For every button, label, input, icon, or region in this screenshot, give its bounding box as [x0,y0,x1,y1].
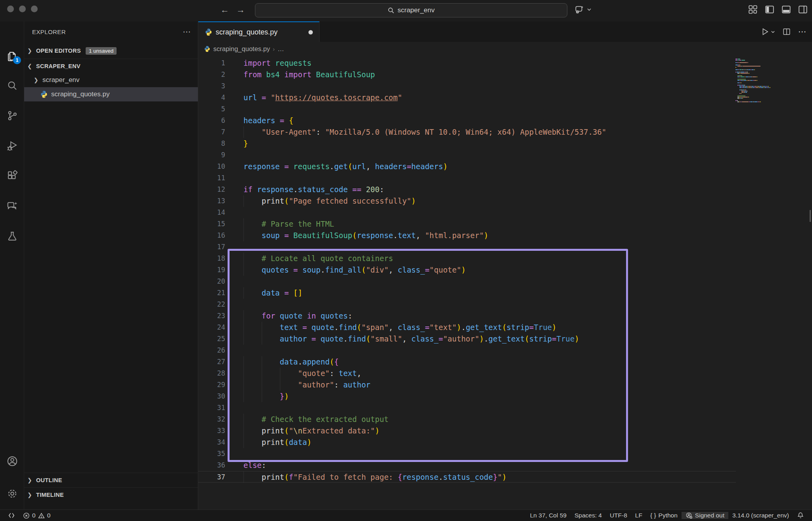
code-line[interactable]: 27data.append({ [198,356,736,368]
sidebar-item-source-control[interactable] [0,107,24,124]
chevron-right-icon: › [273,46,275,52]
gear-icon [6,488,18,500]
sidebar-item-testing[interactable] [0,227,24,245]
explorer-sidebar: EXPLORER ⋯ ❯ OPEN EDITORS 1 unsaved ❮︎ S… [24,21,198,510]
explorer-badge: 1 [13,56,21,64]
toggle-panel-icon[interactable] [781,4,791,15]
code-editor[interactable]: 1import requests2from bs4 import Beautif… [198,55,812,510]
timeline-section[interactable]: ❯ TIMELINE [24,487,198,502]
editor-group: scraping_quotes.py ⋯ scraping_ [198,21,812,510]
navigate-back-button[interactable]: ← [219,5,231,15]
problems-indicator[interactable]: 0 0 [19,510,54,521]
code-line[interactable]: 6headers = { [198,115,736,126]
chevron-right-icon: ❯ [34,77,40,83]
code-line[interactable]: 15# Parse the HTML [198,218,736,230]
cursor-position[interactable]: Ln 37, Col 59 [526,512,571,519]
run-python-file-button[interactable] [760,27,775,36]
code-line[interactable]: 24text = quote.find("span", class_="text… [198,322,736,333]
code-line[interactable]: 22 [198,299,736,310]
copilot-menu[interactable] [574,4,592,15]
command-center-search[interactable]: scraper_env [255,3,567,17]
code-line[interactable]: 2from bs4 import BeautifulSoup [198,69,736,80]
breadcrumb[interactable]: scraping_quotes.py › … [198,42,812,55]
eol-indicator[interactable]: LF [631,512,646,519]
open-editors-section[interactable]: ❯ OPEN EDITORS 1 unsaved [24,44,198,58]
code-line[interactable]: 23for quote in quotes: [198,310,736,322]
code-line[interactable]: 19quotes = soup.find_all("div", class_="… [198,264,736,276]
tab-scraping-quotes[interactable]: scraping_quotes.py [198,21,320,42]
code-line[interactable]: 20 [198,276,736,287]
language-mode[interactable]: { } Python [646,512,682,519]
extensions-icon [6,170,18,182]
code-line[interactable]: 14 [198,207,736,218]
breadcrumb-file[interactable]: scraping_quotes.py [213,45,270,53]
code-line[interactable]: 11 [198,172,736,184]
code-line[interactable]: 32# Check the extracted output [198,414,736,425]
code-line[interactable]: 13print("Page fetched successfully") [198,195,736,207]
code-line[interactable]: 17 [198,241,736,253]
error-count: 0 [32,512,36,519]
beaker-icon [6,230,18,242]
notifications-button[interactable] [793,512,808,519]
breadcrumb-more[interactable]: … [278,45,284,53]
toggle-primary-sidebar-icon[interactable] [764,4,775,15]
code-line[interactable]: 25author = quote.find("small", class_="a… [198,333,736,345]
code-line[interactable]: 8} [198,138,736,149]
accounts-button[interactable] [0,452,24,470]
code-line[interactable]: 3 [198,80,736,92]
code-line[interactable]: 29"author": author [198,379,736,391]
copilot-icon [574,4,584,15]
sidebar-item-explorer[interactable]: 1 [0,48,24,65]
settings-button[interactable] [0,485,24,502]
close-window-button[interactable] [7,6,14,12]
code-line[interactable]: 5 [198,103,736,115]
account-signed-out-icon [686,512,693,519]
code-line[interactable]: 26 [198,345,736,356]
sidebar-item-chat[interactable] [0,197,24,215]
code-line[interactable]: 30}) [198,391,736,402]
indentation-indicator[interactable]: Spaces: 4 [571,512,606,519]
code-line[interactable]: 33print("\nExtracted data:") [198,425,736,437]
code-line[interactable]: 37print(f"Failed to fetch page: {respons… [198,471,736,483]
editor-more-actions-button[interactable]: ⋯ [798,27,806,36]
navigate-forward-button[interactable]: → [235,5,247,15]
tree-item-file-selected[interactable]: scraping_quotes.py [24,87,198,101]
encoding-indicator[interactable]: UTF-8 [606,512,631,519]
code-line[interactable]: 12if response.status_code == 200: [198,184,736,195]
customize-layout-icon[interactable] [748,4,758,15]
code-line[interactable]: 35 [198,448,736,460]
code-line[interactable]: 31 [198,402,736,414]
code-line[interactable]: 21data = [] [198,287,736,299]
code-line[interactable]: 1import requests [198,57,736,69]
workspace-section[interactable]: ❮︎ SCRAPER_ENV [24,59,198,73]
unsaved-badge: 1 unsaved [86,47,117,55]
outline-section[interactable]: ❯ OUTLINE [24,473,198,487]
toggle-secondary-sidebar-icon[interactable] [798,4,808,15]
minimap[interactable] [735,59,787,103]
modified-dot-icon[interactable] [308,30,313,34]
sidebar-item-search[interactable] [0,77,24,94]
chevron-down-icon [771,30,775,34]
sidebar-item-run-debug[interactable] [0,137,24,155]
code-line[interactable]: 10response = requests.get(url, headers=h… [198,161,736,172]
code-line[interactable]: 4url = "https://quotes.toscrape.com" [198,92,736,103]
code-line[interactable]: 16soup = BeautifulSoup(response.text, "h… [198,230,736,241]
split-editor-icon[interactable] [782,27,791,36]
account-status[interactable]: Signed out [682,512,728,519]
python-interpreter[interactable]: 3.14.0 (scraper_env) [728,512,793,519]
zoom-window-button[interactable] [31,6,38,12]
remote-indicator[interactable] [4,510,19,521]
python-file-icon [204,46,211,52]
code-line[interactable]: 28"quote": text, [198,368,736,379]
code-line[interactable]: 36else: [198,460,736,471]
chevron-down-icon: ❮︎ [27,63,34,69]
sidebar-item-extensions[interactable] [0,167,24,185]
minimize-window-button[interactable] [19,6,26,12]
code-line[interactable]: 9 [198,149,736,161]
code-line[interactable]: 18# Locate all quote containers [198,253,736,264]
code-line[interactable]: 7"User-Agent": "Mozilla/5.0 (Windows NT … [198,126,736,138]
explorer-more-actions-button[interactable]: ⋯ [183,27,191,36]
tree-item-folder[interactable]: ❯ scraper_env [24,73,198,87]
scrollbar-mark[interactable] [810,210,811,222]
code-line[interactable]: 34print(data) [198,437,736,448]
